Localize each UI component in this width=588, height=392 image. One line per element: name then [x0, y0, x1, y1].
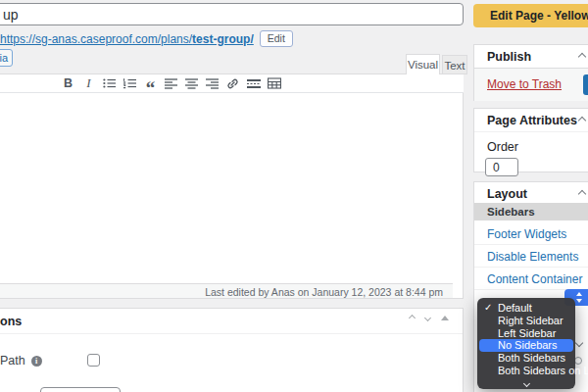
menu-item-default[interactable]: ✓ Default — [477, 302, 575, 315]
yellowpencil-label: Edit Page - YellowPe — [490, 9, 588, 23]
editor-canvas[interactable]: 0 Last edited by Anas on January 12, 202… — [0, 74, 464, 299]
bold-icon[interactable]: B — [61, 75, 75, 91]
move-up-icon[interactable] — [409, 315, 416, 321]
sidebars-subheader: Sidebars — [474, 203, 588, 220]
align-right-icon[interactable] — [205, 75, 220, 91]
permalink-slug: test-group/ — [192, 32, 254, 46]
footer-widgets-link[interactable]: Footer Widgets — [474, 222, 588, 245]
menu-item-left-sidebar[interactable]: Left Sidebar — [477, 327, 575, 340]
order-label: Order — [487, 140, 518, 154]
move-down-icon[interactable] — [424, 315, 431, 321]
editor-toolbar: B I “ — [0, 74, 464, 93]
page-attributes-title: Page Attributes — [487, 114, 577, 127]
bulleted-list-icon[interactable] — [102, 75, 117, 91]
menu-item-right-sidebar[interactable]: Right Sidebar — [477, 315, 575, 327]
permalink-link[interactable]: https://sg-anas.caseproof.com/plans/test… — [0, 32, 254, 46]
hidden-info-icon-fragment — [574, 357, 582, 365]
check-icon: ✓ — [484, 302, 492, 315]
collapse-toggle-icon[interactable] — [441, 316, 449, 320]
path-label: Path — [0, 354, 25, 368]
update-button[interactable] — [583, 74, 588, 95]
menu-item-both-sidebars[interactable]: Both Sidebars — [477, 352, 575, 365]
publish-panel: Publish Move to Trash — [473, 44, 588, 101]
order-input[interactable] — [485, 158, 518, 176]
publish-title: Publish — [487, 50, 531, 64]
blockquote-icon[interactable]: “ — [143, 75, 158, 91]
permalink-prefix: https://sg-anas.caseproof.com/plans/ — [0, 32, 192, 46]
page-attributes-panel: Page Attributes Order — [473, 108, 588, 172]
path-checkbox[interactable] — [87, 354, 100, 367]
page-attributes-header[interactable]: Page Attributes — [474, 109, 588, 131]
menu-item-both-sidebars-on-left[interactable]: Both Sidebars on Left — [477, 365, 575, 377]
insert-link-icon[interactable] — [225, 75, 240, 91]
select-up-arrow-icon — [576, 292, 582, 296]
tab-visual[interactable]: Visual — [406, 54, 440, 74]
select-down-arrow-icon — [576, 299, 582, 303]
metabox-bottom-input[interactable] — [40, 387, 121, 392]
permalink-row: https://sg-anas.caseproof.com/plans/test… — [0, 30, 293, 47]
chevron-up-icon[interactable] — [578, 190, 586, 198]
chevron-down-icon — [522, 380, 529, 387]
yellowpencil-edit-button[interactable]: Edit Page - YellowPe — [473, 4, 588, 27]
last-edited-text: Last edited by Anas on January 12, 2023 … — [205, 286, 443, 298]
edit-page-screen: https://sg-anas.caseproof.com/plans/test… — [0, 0, 588, 392]
tab-text[interactable]: Text — [442, 55, 467, 74]
align-center-icon[interactable] — [184, 75, 199, 91]
publish-panel-header[interactable]: Publish — [474, 45, 588, 68]
content-container-link[interactable]: Content Container — [474, 268, 588, 290]
edit-permalink-button[interactable]: Edit — [260, 30, 293, 47]
toolbar-toggle-icon[interactable] — [267, 75, 281, 91]
info-icon[interactable]: i — [31, 356, 42, 367]
layout-panel-header[interactable]: Layout — [474, 182, 588, 205]
chevron-up-icon[interactable] — [578, 53, 586, 61]
sidebars-dropdown-menu: ✓ Default Right Sidebar Left Sidebar No … — [477, 298, 575, 389]
menu-scroll-more[interactable] — [477, 381, 575, 386]
align-left-icon[interactable] — [164, 75, 178, 91]
menu-item-no-sidebars[interactable]: No Sidebars — [479, 339, 573, 352]
metabox-title: ons — [0, 315, 22, 328]
metabox-header[interactable]: ons — [0, 309, 463, 334]
page-title-input[interactable] — [0, 3, 464, 25]
options-metabox: ons Path i — [0, 308, 464, 392]
editor-status-bar: 0 Last edited by Anas on January 12, 202… — [0, 283, 453, 298]
chevron-up-icon[interactable] — [578, 117, 586, 124]
disable-elements-link[interactable]: Disable Elements — [474, 245, 588, 268]
move-to-trash-link[interactable]: Move to Trash — [487, 77, 562, 91]
add-media-button[interactable]: ia — [0, 49, 13, 67]
italic-icon[interactable]: I — [81, 75, 96, 91]
read-more-tag-icon[interactable] — [246, 75, 261, 91]
numbered-list-icon[interactable] — [122, 75, 137, 91]
layout-title: Layout — [487, 187, 527, 201]
